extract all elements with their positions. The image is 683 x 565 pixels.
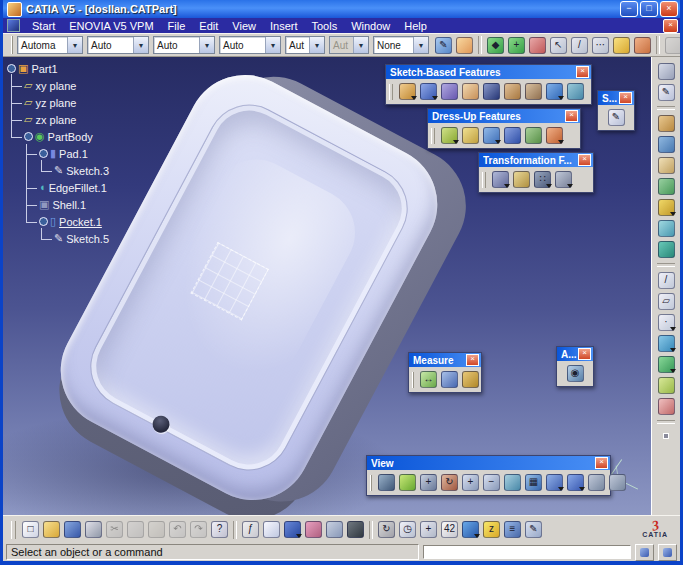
save-icon[interactable]: [62, 519, 83, 540]
scaling-icon[interactable]: [553, 169, 574, 190]
fit-all-in-icon[interactable]: +: [506, 35, 527, 56]
open-icon[interactable]: [41, 519, 62, 540]
close-icon[interactable]: ×: [576, 66, 589, 78]
tree-item-sketch-5[interactable]: ✎Sketch.5: [41, 230, 157, 247]
catalog-icon[interactable]: [663, 35, 683, 56]
erase-geometry-icon[interactable]: [527, 35, 548, 56]
paintbrush-icon[interactable]: ✎: [433, 35, 454, 56]
sketcher-icon[interactable]: ✎: [606, 107, 627, 128]
line-tool-icon[interactable]: /: [569, 35, 590, 56]
close-icon[interactable]: ×: [619, 92, 632, 104]
fly-mode-icon[interactable]: [376, 472, 397, 493]
tree-item-pad-1[interactable]: ▮Pad.1: [26, 145, 157, 162]
toolbar-view[interactable]: View × +↻+−▦: [366, 455, 611, 496]
axis-view-icon[interactable]: [656, 61, 677, 82]
pocket-icon[interactable]: [418, 81, 439, 102]
sphere-surface-icon[interactable]: [656, 354, 677, 375]
menu-file[interactable]: File: [161, 20, 193, 32]
measure-item-icon[interactable]: [439, 369, 460, 390]
toolbar-title-bar[interactable]: View ×: [367, 456, 610, 470]
close-icon[interactable]: ×: [565, 110, 578, 122]
mirror-icon[interactable]: [511, 169, 532, 190]
paint-bucket-icon[interactable]: [460, 519, 481, 540]
whats-this-icon[interactable]: ?: [209, 519, 230, 540]
chamfer-icon[interactable]: [460, 125, 481, 146]
copy-icon[interactable]: [125, 519, 146, 540]
menu-window[interactable]: Window: [344, 20, 397, 32]
toolbar-apply-material[interactable]: A... × ◉: [556, 346, 594, 387]
rib-icon[interactable]: [656, 113, 677, 134]
swap-space-icon[interactable]: [607, 472, 628, 493]
measure-constraint-icon[interactable]: [656, 396, 677, 417]
list-icon[interactable]: ≡: [502, 519, 523, 540]
globe-icon[interactable]: [656, 239, 677, 260]
plane-icon[interactable]: ▱: [656, 291, 677, 312]
shaft-icon[interactable]: [439, 81, 460, 102]
toolbar-title-bar[interactable]: Transformation F... ×: [479, 153, 593, 167]
close-button[interactable]: ×: [660, 1, 678, 17]
measure-between-icon[interactable]: ↔: [418, 369, 439, 390]
thickness-icon[interactable]: [523, 125, 544, 146]
drag-handle[interactable]: [11, 36, 13, 54]
loft-icon[interactable]: [565, 81, 586, 102]
lock-icon[interactable]: [324, 519, 345, 540]
close-icon[interactable]: ×: [466, 354, 479, 366]
pad-icon[interactable]: [397, 81, 418, 102]
toolbar-dress-up-features[interactable]: Dress-Up Features ×: [427, 108, 581, 149]
toolbar-sketch-based-features[interactable]: Sketch-Based Features ×: [385, 64, 592, 105]
shell-feature-icon[interactable]: [656, 155, 677, 176]
part-hole[interactable]: [150, 413, 173, 436]
menu-insert[interactable]: Insert: [263, 20, 305, 32]
toolbar-sketcher[interactable]: S... × ✎: [597, 90, 635, 131]
zoom-out-icon[interactable]: −: [481, 472, 502, 493]
chevron-down-icon[interactable]: ▾: [309, 37, 324, 53]
point-icon[interactable]: ·: [656, 312, 677, 333]
tree-expand-node[interactable]: [39, 149, 48, 158]
apply-material-icon[interactable]: ◉: [565, 363, 586, 384]
sketcher-icon[interactable]: ✎: [656, 82, 677, 103]
zoom-in-icon[interactable]: +: [460, 472, 481, 493]
update-mode-combo[interactable]: Automa▾: [17, 36, 83, 54]
comment-icon[interactable]: [261, 519, 282, 540]
toolbar-title-bar[interactable]: Dress-Up Features ×: [428, 109, 580, 123]
tree-item-xy-plane[interactable]: ▱xy plane: [11, 77, 157, 94]
select-arrow-icon[interactable]: ↖: [548, 35, 569, 56]
draft-angle-icon[interactable]: [481, 125, 502, 146]
power-input-field[interactable]: [423, 545, 631, 559]
remove-face-icon[interactable]: [544, 125, 565, 146]
formula-icon[interactable]: ƒ: [240, 519, 261, 540]
grab-hand-icon[interactable]: [632, 35, 653, 56]
tree-expand-node[interactable]: [24, 132, 33, 141]
ruler-icon[interactable]: [611, 35, 632, 56]
drag-handle[interactable]: [11, 521, 16, 539]
chevron-down-icon[interactable]: ▾: [199, 37, 214, 53]
chevron-down-icon[interactable]: ▾: [413, 37, 428, 53]
units-icon[interactable]: 42: [439, 519, 460, 540]
loft-icon[interactable]: [656, 134, 677, 155]
thick-surface-icon[interactable]: [656, 176, 677, 197]
cut-icon[interactable]: ✂: [104, 519, 125, 540]
knowledge-icon[interactable]: z: [481, 519, 502, 540]
pattern-icon[interactable]: ∷: [532, 169, 553, 190]
tree-item-edgefillet-1[interactable]: ◖EdgeFillet.1: [26, 179, 157, 196]
dialog-toggle-button[interactable]: [635, 544, 654, 561]
menu-tools[interactable]: Tools: [304, 20, 344, 32]
auto-combo-3[interactable]: Auto▾: [219, 36, 281, 54]
menu-edit[interactable]: Edit: [192, 20, 225, 32]
sphere-icon[interactable]: [656, 197, 677, 218]
tree-item-sketch-3[interactable]: ✎Sketch.3: [41, 162, 157, 179]
document-close-button[interactable]: ×: [663, 19, 678, 33]
shell-icon[interactable]: [502, 125, 523, 146]
undo-icon[interactable]: ↶: [167, 519, 188, 540]
toolbar-transformation-features[interactable]: Transformation F... × ∷: [478, 152, 594, 193]
axis-tool-icon[interactable]: ⋯: [590, 35, 611, 56]
tree-item-partbody[interactable]: ◉PartBody: [11, 128, 157, 145]
chevron-down-icon[interactable]: ▾: [67, 37, 82, 53]
clock-icon[interactable]: ◷: [397, 519, 418, 540]
stiffener-icon[interactable]: [544, 81, 565, 102]
line-icon[interactable]: /: [656, 270, 677, 291]
menu-enovia-v5-vpm[interactable]: ENOVIA V5 VPM: [62, 20, 160, 32]
camera-icon[interactable]: [345, 519, 366, 540]
magic-wand-icon[interactable]: [454, 35, 475, 56]
fit-all-in-icon[interactable]: [397, 472, 418, 493]
